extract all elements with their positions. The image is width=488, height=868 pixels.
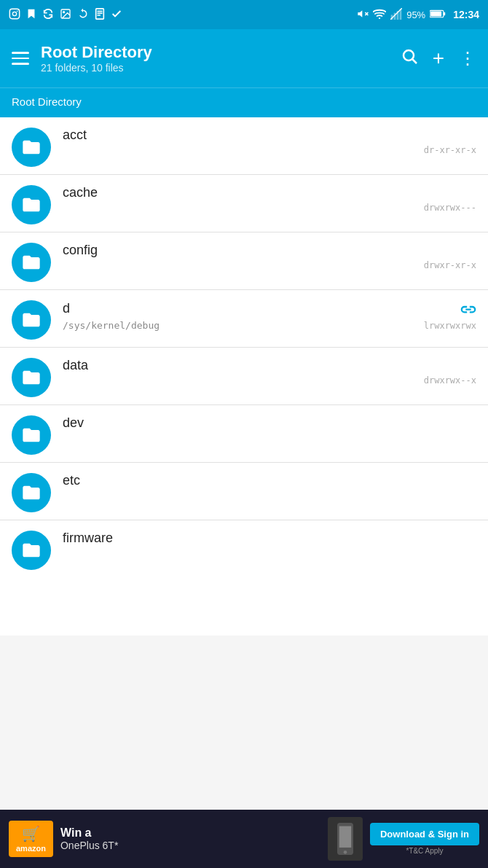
list-item[interactable]: d /sys/kernel/debug lrwxrwxrwx (0, 290, 488, 348)
sync-icon (77, 8, 89, 22)
svg-rect-5 (96, 8, 104, 18)
file-permissions: drwxrwx--x (424, 375, 476, 386)
file-info: firmware (63, 528, 476, 546)
folder-icon (12, 358, 51, 397)
list-item[interactable]: etc (0, 463, 488, 520)
file-info: cache drwxrwx--- (63, 182, 476, 214)
search-button[interactable] (401, 47, 418, 69)
file-name: dev (63, 415, 84, 431)
ad-disclaimer: *T&C Apply (406, 847, 443, 855)
signal-icon (390, 8, 402, 22)
breadcrumb-text: Root Directory (12, 95, 82, 108)
status-bar: 95% 12:34 (0, 0, 488, 29)
file-name: d (63, 301, 70, 316)
ad-brand-name: amazon (16, 844, 46, 853)
file-name: firmware (63, 531, 113, 546)
list-item[interactable]: data drwxrwx--x (0, 348, 488, 405)
list-item[interactable]: dev (0, 405, 488, 463)
svg-rect-0 (9, 9, 19, 18)
app-bar-title: Root Directory (41, 43, 152, 62)
bookmark-icon (26, 8, 36, 22)
battery-icon (430, 9, 446, 20)
app-bar-actions: + ⋮ (401, 47, 476, 69)
image-icon (60, 8, 71, 22)
app-bar-title-group: Root Directory 21 folders, 10 files (41, 43, 152, 74)
file-name: acct (63, 128, 87, 143)
link-icon (460, 300, 476, 317)
list-item[interactable]: cache drwxrwx--- (0, 175, 488, 232)
svg-point-20 (404, 50, 414, 60)
file-info: config drwxr-xr-x (63, 240, 476, 271)
refresh-icon (42, 8, 54, 22)
document-icon (95, 8, 105, 22)
folder-icon (12, 415, 51, 455)
file-name: etc (63, 473, 80, 488)
svg-point-1 (12, 12, 16, 15)
ad-cta-button[interactable]: Download & Sign in (370, 823, 479, 845)
svg-point-4 (63, 11, 65, 12)
battery-text: 95% (406, 9, 425, 20)
folder-icon (12, 128, 51, 167)
hamburger-menu-button[interactable] (12, 52, 29, 65)
time-display: 12:34 (453, 9, 479, 20)
svg-rect-19 (430, 11, 441, 16)
file-permissions: lrwxrwxrwx (424, 321, 476, 331)
folder-icon (12, 473, 51, 512)
folder-icon (12, 531, 51, 570)
ad-cta-group: Download & Sign in *T&C Apply (370, 823, 479, 855)
file-permissions: drwxrwx--- (424, 203, 476, 213)
breadcrumb-bar: Root Directory (0, 87, 488, 117)
file-link-path: /sys/kernel/debug (63, 320, 160, 331)
file-name: data (63, 358, 88, 373)
file-info: acct dr-xr-xr-x (63, 125, 476, 156)
file-name: cache (63, 185, 98, 200)
ad-cart-icon: 🛒 (22, 825, 40, 842)
folder-icon (12, 300, 51, 340)
status-icons-right: 95% 12:34 (357, 8, 479, 22)
list-item[interactable]: config drwxr-xr-x (0, 232, 488, 290)
ad-product: OnePlus 6T* (60, 840, 320, 851)
folder-icon (12, 243, 51, 282)
ad-headline: Win a (60, 826, 320, 840)
ad-text: Win a OnePlus 6T* (60, 826, 320, 851)
svg-point-2 (17, 10, 18, 12)
list-item[interactable]: firmware (0, 520, 488, 577)
status-icons-left (9, 8, 122, 22)
svg-point-11 (379, 17, 380, 18)
wifi-icon (373, 9, 386, 21)
file-permissions: drwxr-xr-x (424, 260, 476, 270)
more-options-button[interactable]: ⋮ (459, 48, 476, 69)
ad-banner[interactable]: 🛒 amazon Win a OnePlus 6T* Download & Si… (0, 810, 488, 868)
svg-point-25 (344, 851, 347, 854)
app-bar-left: Root Directory 21 folders, 10 files (12, 43, 152, 74)
ad-logo: 🛒 amazon (9, 821, 53, 857)
file-name: config (63, 243, 98, 258)
app-bar: Root Directory 21 folders, 10 files + ⋮ (0, 29, 488, 87)
instagram-icon (9, 8, 20, 22)
file-info: data drwxrwx--x (63, 355, 476, 386)
list-item[interactable]: acct dr-xr-xr-x (0, 117, 488, 175)
app-bar-subtitle: 21 folders, 10 files (41, 62, 152, 74)
svg-rect-18 (444, 12, 445, 15)
file-info: d /sys/kernel/debug lrwxrwxrwx (63, 297, 476, 331)
file-info: etc (63, 470, 476, 488)
file-permissions: dr-xr-xr-x (424, 145, 476, 155)
svg-line-21 (412, 60, 417, 64)
check-icon (111, 8, 122, 22)
file-info: dev (63, 413, 476, 431)
mute-icon (357, 8, 369, 22)
ad-product-image (328, 817, 363, 861)
file-list: acct dr-xr-xr-x cache drwxrwx--- confi (0, 117, 488, 636)
folder-icon (12, 185, 51, 224)
svg-rect-24 (339, 826, 352, 848)
add-button[interactable]: + (433, 48, 444, 69)
